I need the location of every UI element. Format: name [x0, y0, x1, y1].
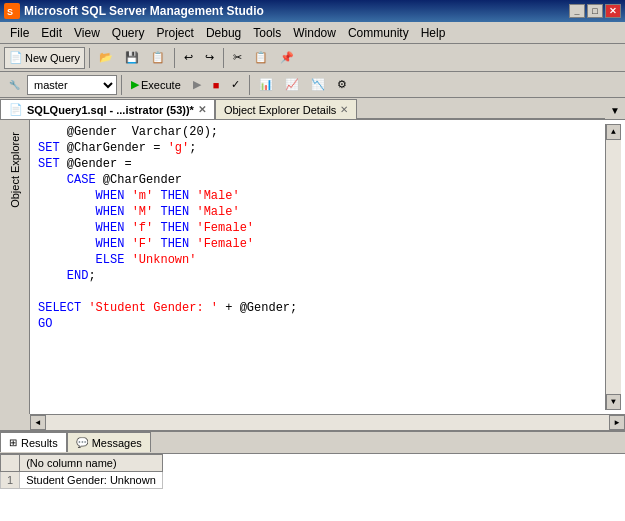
toolbar1: 📄 New Query 📂 💾 📋 ↩ ↪ ✂ 📋 📌 [0, 44, 625, 72]
stop-icon: ■ [213, 79, 220, 91]
minimize-button[interactable]: _ [569, 4, 585, 18]
sql-line-13: GO [34, 316, 605, 332]
query-tab[interactable]: 📄 SQLQuery1.sql - ...istrator (53))* ✕ [0, 99, 215, 119]
row-num-header [1, 455, 20, 472]
save-all-button[interactable]: 📋 [146, 47, 170, 69]
app-icon: S [4, 3, 20, 19]
execute-label: Execute [141, 79, 181, 91]
app-title: Microsoft SQL Server Management Studio [24, 4, 264, 18]
redo-icon: ↪ [205, 51, 214, 64]
menu-query[interactable]: Query [106, 24, 151, 42]
sql-line-7: WHEN 'f' THEN 'Female' [34, 220, 605, 236]
client-stats-button[interactable]: 📉 [306, 74, 330, 96]
editor-scrollbar[interactable]: ▲ ▼ [605, 124, 621, 410]
open-icon: 📂 [99, 51, 113, 64]
copy-button[interactable]: 📋 [249, 47, 273, 69]
parse-button[interactable]: ✓ [226, 74, 245, 96]
parse-icon: ✓ [231, 78, 240, 91]
table-row: 1 Student Gender: Unknown [1, 472, 163, 489]
query-tab-icon: 📄 [9, 103, 23, 116]
sql-content[interactable]: @Gender Varchar(20); SET @CharGender = '… [34, 124, 605, 410]
sql-line-9: ELSE 'Unknown' [34, 252, 605, 268]
cut-button[interactable]: ✂ [228, 47, 247, 69]
menu-view[interactable]: View [68, 24, 106, 42]
editor-hscrollbar[interactable]: ◄ ► [30, 414, 625, 430]
sql-line-12: SELECT 'Student Gender: ' + @Gender; [34, 300, 605, 316]
database-selector[interactable]: master [27, 75, 117, 95]
menu-project[interactable]: Project [151, 24, 200, 42]
menu-edit[interactable]: Edit [35, 24, 68, 42]
sql-line-11 [34, 284, 605, 300]
sql-editor[interactable]: @Gender Varchar(20); SET @CharGender = '… [30, 120, 625, 414]
copy-icon: 📋 [254, 51, 268, 64]
toolbar-separator2 [174, 48, 175, 68]
sql-line-3: SET @Gender = [34, 156, 605, 172]
title-bar: S Microsoft SQL Server Management Studio… [0, 0, 625, 22]
results-grid-icon: ⊞ [9, 437, 17, 448]
results-tab-bar: ⊞ Results 💬 Messages [0, 432, 625, 454]
menu-file[interactable]: File [4, 24, 35, 42]
results-tab-results[interactable]: ⊞ Results [0, 432, 67, 452]
actual-plan-button[interactable]: 📈 [280, 74, 304, 96]
stats-icon: 📉 [311, 78, 325, 91]
toolbar2-separator2 [249, 75, 250, 95]
explorer-tab-close[interactable]: ✕ [340, 104, 348, 115]
undo-button[interactable]: ↩ [179, 47, 198, 69]
new-query-button[interactable]: 📄 New Query [4, 47, 85, 69]
sql-line-4: CASE @CharGender [34, 172, 605, 188]
left-panel: Object Explorer [0, 120, 30, 414]
svg-text:S: S [7, 7, 13, 17]
save-button[interactable]: 💾 [120, 47, 144, 69]
paste-button[interactable]: 📌 [275, 47, 299, 69]
plan-icon: 📊 [259, 78, 273, 91]
options-icon: ⚙ [337, 78, 347, 91]
results-content: (No column name) 1 Student Gender: Unkno… [0, 454, 625, 521]
messages-label: Messages [92, 437, 142, 449]
menu-window[interactable]: Window [287, 24, 342, 42]
execute-button[interactable]: ▶ Execute [126, 74, 186, 96]
redo-button[interactable]: ↪ [200, 47, 219, 69]
solution-explorer-button[interactable]: 🔧 [4, 74, 25, 96]
sql-line-1: @Gender Varchar(20); [34, 124, 605, 140]
menu-tools[interactable]: Tools [247, 24, 287, 42]
menu-community[interactable]: Community [342, 24, 415, 42]
scroll-up-button[interactable]: ▲ [606, 124, 621, 140]
open-button[interactable]: 📂 [94, 47, 118, 69]
col1-header: (No column name) [20, 455, 163, 472]
debug-button[interactable]: ▶ [188, 74, 206, 96]
sql-line-2: SET @CharGender = 'g'; [34, 140, 605, 156]
debug-icon: ▶ [193, 78, 201, 91]
tab-menu-button[interactable]: ▼ [605, 101, 625, 119]
query-tab-label: SQLQuery1.sql - ...istrator (53))* [27, 104, 194, 116]
menu-debug[interactable]: Debug [200, 24, 247, 42]
toolbar-separator3 [223, 48, 224, 68]
display-plan-button[interactable]: 📊 [254, 74, 278, 96]
new-query-label: New Query [25, 52, 80, 64]
query-tab-close[interactable]: ✕ [198, 104, 206, 115]
query-options-button[interactable]: ⚙ [332, 74, 352, 96]
undo-icon: ↩ [184, 51, 193, 64]
menu-help[interactable]: Help [415, 24, 452, 42]
execute-icon: ▶ [131, 78, 139, 91]
sql-line-5: WHEN 'm' THEN 'Male' [34, 188, 605, 204]
maximize-button[interactable]: □ [587, 4, 603, 18]
explorer-tab[interactable]: Object Explorer Details ✕ [215, 99, 358, 119]
menu-bar: File Edit View Query Project Debug Tools… [0, 22, 625, 44]
scroll-down-button[interactable]: ▼ [606, 394, 621, 410]
stop-button[interactable]: ■ [208, 74, 225, 96]
close-button[interactable]: ✕ [605, 4, 621, 18]
paste-icon: 📌 [280, 51, 294, 64]
hscroll-right-button[interactable]: ► [609, 415, 625, 430]
row-number: 1 [1, 472, 20, 489]
actual-plan-icon: 📈 [285, 78, 299, 91]
results-table: (No column name) 1 Student Gender: Unkno… [0, 454, 163, 489]
sql-line-8: WHEN 'F' THEN 'Female' [34, 236, 605, 252]
toolbar2-separator1 [121, 75, 122, 95]
results-tab-messages[interactable]: 💬 Messages [67, 432, 151, 452]
save-icon: 💾 [125, 51, 139, 64]
sql-line-6: WHEN 'M' THEN 'Male' [34, 204, 605, 220]
save-all-icon: 📋 [151, 51, 165, 64]
toolbar-separator1 [89, 48, 90, 68]
new-query-icon: 📄 [9, 51, 23, 64]
hscroll-left-button[interactable]: ◄ [30, 415, 46, 430]
